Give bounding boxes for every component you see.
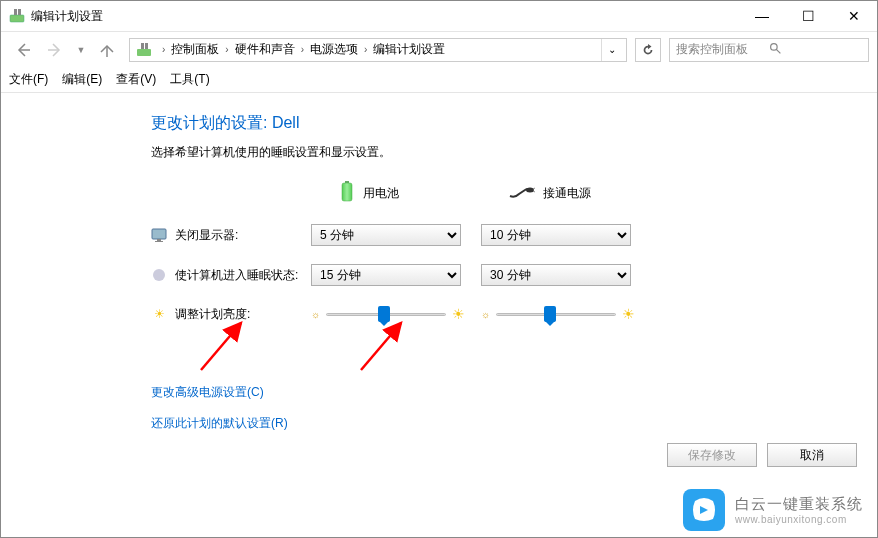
svg-rect-1 bbox=[14, 9, 17, 15]
moon-icon bbox=[151, 267, 167, 283]
nav-forward-button[interactable] bbox=[41, 36, 69, 64]
display-off-battery-select[interactable]: 5 分钟 bbox=[311, 224, 461, 246]
nav-recent-dropdown[interactable]: ▼ bbox=[73, 36, 89, 64]
close-button[interactable]: ✕ bbox=[831, 1, 877, 31]
svg-rect-0 bbox=[10, 15, 24, 22]
svg-rect-4 bbox=[141, 43, 144, 49]
sleep-battery-select[interactable]: 15 分钟 bbox=[311, 264, 461, 286]
maximize-button[interactable]: ☐ bbox=[785, 1, 831, 31]
breadcrumb[interactable]: › 控制面板 › 硬件和声音 › 电源选项 › 编辑计划设置 ⌄ bbox=[129, 38, 627, 62]
svg-rect-11 bbox=[157, 239, 161, 241]
sun-bright-icon: ☀ bbox=[452, 306, 465, 322]
svg-point-6 bbox=[771, 43, 778, 50]
search-placeholder: 搜索控制面板 bbox=[676, 41, 769, 58]
svg-rect-3 bbox=[137, 49, 151, 56]
save-button[interactable]: 保存修改 bbox=[667, 443, 757, 467]
sun-dim-icon: ☼ bbox=[311, 309, 320, 320]
annotation-arrow bbox=[196, 315, 256, 378]
advanced-settings-link[interactable]: 更改高级电源设置(C) bbox=[151, 384, 827, 401]
menu-view[interactable]: 查看(V) bbox=[116, 71, 156, 88]
brightness-label: 调整计划亮度: bbox=[175, 306, 250, 323]
chevron-right-icon[interactable]: › bbox=[297, 44, 308, 55]
refresh-button[interactable] bbox=[635, 38, 661, 62]
brightness-icon: ☀ bbox=[151, 306, 167, 322]
svg-point-9 bbox=[526, 188, 534, 193]
chevron-right-icon[interactable]: › bbox=[158, 44, 169, 55]
svg-point-13 bbox=[153, 269, 165, 281]
breadcrumb-item-3[interactable]: 编辑计划设置 bbox=[371, 41, 447, 58]
svg-line-14 bbox=[201, 323, 241, 370]
sleep-plugged-select[interactable]: 30 分钟 bbox=[481, 264, 631, 286]
window-title: 编辑计划设置 bbox=[31, 8, 739, 25]
svg-rect-2 bbox=[18, 9, 21, 15]
watermark: 白云一键重装系统 www.baiyunxitong.com bbox=[683, 489, 863, 531]
breadcrumb-item-2[interactable]: 电源选项 bbox=[308, 41, 360, 58]
display-off-label: 关闭显示器: bbox=[175, 227, 238, 244]
nav-up-button[interactable] bbox=[93, 36, 121, 64]
chevron-right-icon[interactable]: › bbox=[360, 44, 371, 55]
page-subtitle: 选择希望计算机使用的睡眠设置和显示设置。 bbox=[151, 144, 827, 161]
breadcrumb-root[interactable]: 控制面板 bbox=[169, 41, 221, 58]
battery-icon bbox=[339, 181, 355, 206]
watermark-logo-icon bbox=[683, 489, 725, 531]
sun-bright-icon: ☀ bbox=[622, 306, 635, 322]
svg-rect-12 bbox=[155, 241, 163, 242]
plug-icon bbox=[509, 185, 535, 202]
breadcrumb-icon bbox=[134, 40, 154, 60]
page-title: 更改计划的设置: Dell bbox=[151, 113, 827, 134]
chevron-right-icon[interactable]: › bbox=[221, 44, 232, 55]
sleep-label: 使计算机进入睡眠状态: bbox=[175, 267, 298, 284]
menu-file[interactable]: 文件(F) bbox=[9, 71, 48, 88]
restore-defaults-link[interactable]: 还原此计划的默认设置(R) bbox=[151, 415, 827, 432]
app-icon bbox=[9, 8, 25, 24]
minimize-button[interactable]: — bbox=[739, 1, 785, 31]
breadcrumb-item-1[interactable]: 硬件和声音 bbox=[233, 41, 297, 58]
nav-back-button[interactable] bbox=[9, 36, 37, 64]
svg-rect-10 bbox=[152, 229, 166, 239]
svg-line-15 bbox=[361, 323, 401, 370]
svg-rect-7 bbox=[345, 181, 349, 183]
brightness-battery-slider[interactable] bbox=[326, 304, 446, 324]
brightness-plugged-slider[interactable] bbox=[496, 304, 616, 324]
plugged-column-header: 接通电源 bbox=[543, 185, 591, 202]
search-icon[interactable] bbox=[769, 42, 862, 58]
cancel-button[interactable]: 取消 bbox=[767, 443, 857, 467]
sun-dim-icon: ☼ bbox=[481, 309, 490, 320]
display-off-plugged-select[interactable]: 10 分钟 bbox=[481, 224, 631, 246]
battery-column-header: 用电池 bbox=[363, 185, 399, 202]
watermark-title: 白云一键重装系统 bbox=[735, 495, 863, 514]
watermark-url: www.baiyunxitong.com bbox=[735, 514, 863, 525]
menu-tools[interactable]: 工具(T) bbox=[170, 71, 209, 88]
breadcrumb-dropdown[interactable]: ⌄ bbox=[601, 39, 622, 61]
svg-rect-8 bbox=[342, 183, 352, 201]
search-input[interactable]: 搜索控制面板 bbox=[669, 38, 869, 62]
svg-rect-5 bbox=[145, 43, 148, 49]
monitor-icon bbox=[151, 227, 167, 243]
menu-edit[interactable]: 编辑(E) bbox=[62, 71, 102, 88]
